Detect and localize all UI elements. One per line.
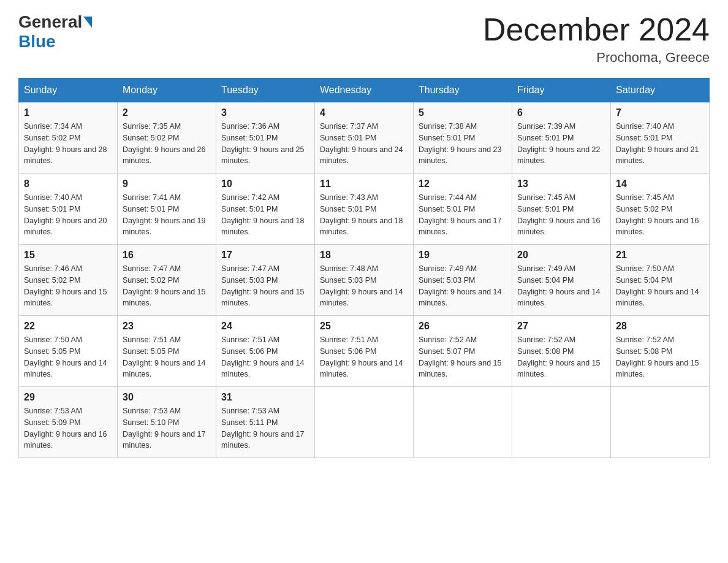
day-info: Sunrise: 7:36 AMSunset: 5:01 PMDaylight:… [221, 121, 309, 167]
calendar-cell: 4Sunrise: 7:37 AMSunset: 5:01 PMDaylight… [315, 102, 414, 174]
calendar-cell: 16Sunrise: 7:47 AMSunset: 5:02 PMDayligh… [118, 245, 216, 316]
day-info: Sunrise: 7:40 AMSunset: 5:01 PMDaylight:… [616, 121, 704, 167]
day-number: 15 [24, 250, 112, 261]
day-info: Sunrise: 7:47 AMSunset: 5:03 PMDaylight:… [221, 263, 309, 309]
calendar-cell: 17Sunrise: 7:47 AMSunset: 5:03 PMDayligh… [216, 245, 315, 316]
day-number: 25 [320, 321, 408, 332]
calendar-cell: 3Sunrise: 7:36 AMSunset: 5:01 PMDaylight… [216, 102, 315, 174]
calendar-cell: 23Sunrise: 7:51 AMSunset: 5:05 PMDayligh… [118, 316, 216, 387]
day-info: Sunrise: 7:51 AMSunset: 5:06 PMDaylight:… [221, 334, 309, 380]
calendar-cell: 28Sunrise: 7:52 AMSunset: 5:08 PMDayligh… [611, 316, 710, 387]
location: Prochoma, Greece [483, 50, 710, 66]
day-info: Sunrise: 7:43 AMSunset: 5:01 PMDaylight:… [320, 192, 408, 238]
day-info: Sunrise: 7:52 AMSunset: 5:08 PMDaylight:… [616, 334, 704, 380]
calendar-table: SundayMondayTuesdayWednesdayThursdayFrid… [18, 78, 710, 458]
calendar-week-row: 29Sunrise: 7:53 AMSunset: 5:09 PMDayligh… [19, 387, 710, 458]
day-number: 13 [517, 178, 605, 190]
day-info: Sunrise: 7:44 AMSunset: 5:01 PMDaylight:… [419, 192, 507, 238]
day-info: Sunrise: 7:50 AMSunset: 5:04 PMDaylight:… [616, 263, 704, 309]
day-number: 21 [616, 250, 704, 261]
title-area: December 2024 Prochoma, Greece [483, 12, 710, 66]
day-number: 2 [123, 107, 211, 118]
weekday-header-wednesday: Wednesday [315, 79, 414, 102]
day-info: Sunrise: 7:45 AMSunset: 5:02 PMDaylight:… [616, 192, 704, 238]
calendar-cell: 20Sunrise: 7:49 AMSunset: 5:04 PMDayligh… [512, 245, 611, 316]
month-title: December 2024 [483, 12, 710, 47]
calendar-cell [512, 387, 611, 458]
calendar-cell: 31Sunrise: 7:53 AMSunset: 5:11 PMDayligh… [216, 387, 315, 458]
calendar-cell: 2Sunrise: 7:35 AMSunset: 5:02 PMDaylight… [118, 102, 216, 174]
calendar-cell: 11Sunrise: 7:43 AMSunset: 5:01 PMDayligh… [315, 174, 414, 245]
day-number: 27 [517, 321, 605, 332]
day-number: 20 [517, 250, 605, 261]
day-number: 17 [221, 250, 309, 261]
day-number: 22 [24, 321, 112, 332]
calendar-cell [315, 387, 414, 458]
day-info: Sunrise: 7:49 AMSunset: 5:04 PMDaylight:… [517, 263, 605, 309]
weekday-header-sunday: Sunday [19, 79, 118, 102]
day-number: 16 [123, 250, 211, 261]
calendar-cell: 6Sunrise: 7:39 AMSunset: 5:01 PMDaylight… [512, 102, 611, 174]
logo-arrow-icon [83, 17, 92, 28]
calendar-cell: 14Sunrise: 7:45 AMSunset: 5:02 PMDayligh… [611, 174, 710, 245]
calendar-cell: 9Sunrise: 7:41 AMSunset: 5:01 PMDaylight… [118, 174, 216, 245]
logo-blue-text: Blue [18, 32, 56, 52]
calendar-cell: 1Sunrise: 7:34 AMSunset: 5:02 PMDaylight… [19, 102, 118, 174]
calendar-week-row: 1Sunrise: 7:34 AMSunset: 5:02 PMDaylight… [19, 102, 710, 174]
weekday-header-friday: Friday [512, 79, 611, 102]
day-info: Sunrise: 7:51 AMSunset: 5:06 PMDaylight:… [320, 334, 408, 380]
day-info: Sunrise: 7:50 AMSunset: 5:05 PMDaylight:… [24, 334, 112, 380]
calendar-cell: 13Sunrise: 7:45 AMSunset: 5:01 PMDayligh… [512, 174, 611, 245]
calendar-cell: 25Sunrise: 7:51 AMSunset: 5:06 PMDayligh… [315, 316, 414, 387]
calendar-cell [611, 387, 710, 458]
day-number: 10 [221, 178, 309, 190]
day-info: Sunrise: 7:45 AMSunset: 5:01 PMDaylight:… [517, 192, 605, 238]
day-info: Sunrise: 7:47 AMSunset: 5:02 PMDaylight:… [123, 263, 211, 309]
weekday-header-tuesday: Tuesday [216, 79, 315, 102]
calendar-cell [414, 387, 512, 458]
day-info: Sunrise: 7:38 AMSunset: 5:01 PMDaylight:… [419, 121, 507, 167]
day-number: 8 [24, 178, 112, 190]
calendar-cell: 8Sunrise: 7:40 AMSunset: 5:01 PMDaylight… [19, 174, 118, 245]
day-info: Sunrise: 7:53 AMSunset: 5:10 PMDaylight:… [123, 405, 211, 451]
day-number: 11 [320, 178, 408, 190]
day-number: 4 [320, 107, 408, 118]
day-info: Sunrise: 7:51 AMSunset: 5:05 PMDaylight:… [123, 334, 211, 380]
day-number: 26 [419, 321, 507, 332]
weekday-header-thursday: Thursday [414, 79, 512, 102]
day-info: Sunrise: 7:46 AMSunset: 5:02 PMDaylight:… [24, 263, 112, 309]
logo-general-text: General [18, 12, 82, 32]
day-number: 14 [616, 178, 704, 190]
day-number: 12 [419, 178, 507, 190]
day-info: Sunrise: 7:52 AMSunset: 5:08 PMDaylight:… [517, 334, 605, 380]
day-info: Sunrise: 7:42 AMSunset: 5:01 PMDaylight:… [221, 192, 309, 238]
calendar-cell: 18Sunrise: 7:48 AMSunset: 5:03 PMDayligh… [315, 245, 414, 316]
header: General Blue December 2024 Prochoma, Gre… [18, 12, 710, 66]
calendar-cell: 5Sunrise: 7:38 AMSunset: 5:01 PMDaylight… [414, 102, 512, 174]
day-number: 7 [616, 107, 704, 118]
calendar-cell: 10Sunrise: 7:42 AMSunset: 5:01 PMDayligh… [216, 174, 315, 245]
day-info: Sunrise: 7:34 AMSunset: 5:02 PMDaylight:… [24, 121, 112, 167]
day-info: Sunrise: 7:35 AMSunset: 5:02 PMDaylight:… [123, 121, 211, 167]
day-info: Sunrise: 7:48 AMSunset: 5:03 PMDaylight:… [320, 263, 408, 309]
day-info: Sunrise: 7:37 AMSunset: 5:01 PMDaylight:… [320, 121, 408, 167]
calendar-cell: 29Sunrise: 7:53 AMSunset: 5:09 PMDayligh… [19, 387, 118, 458]
calendar-week-row: 22Sunrise: 7:50 AMSunset: 5:05 PMDayligh… [19, 316, 710, 387]
calendar-cell: 21Sunrise: 7:50 AMSunset: 5:04 PMDayligh… [611, 245, 710, 316]
calendar-cell: 22Sunrise: 7:50 AMSunset: 5:05 PMDayligh… [19, 316, 118, 387]
day-number: 1 [24, 107, 112, 118]
calendar-cell: 12Sunrise: 7:44 AMSunset: 5:01 PMDayligh… [414, 174, 512, 245]
day-number: 30 [123, 392, 211, 403]
day-number: 23 [123, 321, 211, 332]
day-number: 3 [221, 107, 309, 118]
day-info: Sunrise: 7:40 AMSunset: 5:01 PMDaylight:… [24, 192, 112, 238]
day-number: 31 [221, 392, 309, 403]
day-info: Sunrise: 7:53 AMSunset: 5:11 PMDaylight:… [221, 405, 309, 451]
calendar-cell: 30Sunrise: 7:53 AMSunset: 5:10 PMDayligh… [118, 387, 216, 458]
day-number: 6 [517, 107, 605, 118]
day-number: 18 [320, 250, 408, 261]
calendar-body: 1Sunrise: 7:34 AMSunset: 5:02 PMDaylight… [19, 102, 710, 458]
day-number: 29 [24, 392, 112, 403]
day-number: 9 [123, 178, 211, 190]
day-info: Sunrise: 7:53 AMSunset: 5:09 PMDaylight:… [24, 405, 112, 451]
